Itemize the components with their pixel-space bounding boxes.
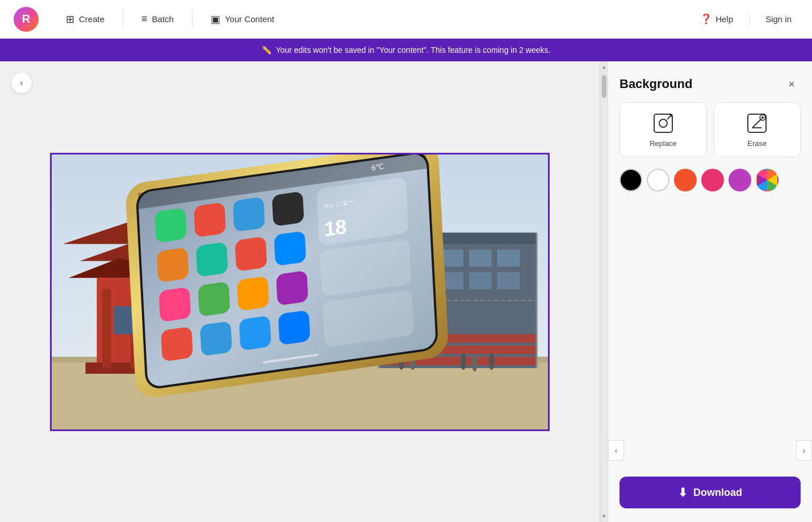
canvas-area: ‹ <box>0 61 600 522</box>
svg-rect-53 <box>276 270 308 305</box>
svg-point-36 <box>489 353 495 370</box>
nav-item-your-content[interactable]: ▣ Your Content <box>202 9 283 30</box>
svg-rect-45 <box>272 191 304 226</box>
svg-text:6℃: 6℃ <box>371 162 384 172</box>
color-swatches <box>620 169 801 191</box>
download-icon: ⬇ <box>678 486 688 499</box>
color-swatch-purple[interactable] <box>729 169 751 191</box>
svg-rect-42 <box>154 207 187 243</box>
header-right: ❓ Help Sign in <box>693 10 798 28</box>
main-nav: ⊞ Create ≡ Batch ▣ Your Content <box>57 9 675 30</box>
erase-icon <box>746 112 768 135</box>
panel-title: Background <box>620 77 692 91</box>
help-circle-icon: ❓ <box>700 13 712 25</box>
batch-icon: ≡ <box>141 13 148 25</box>
back-button[interactable]: ‹ <box>11 73 32 93</box>
replace-icon <box>652 112 675 135</box>
svg-rect-47 <box>196 241 228 277</box>
scroll-thumb[interactable] <box>602 75 606 98</box>
svg-rect-56 <box>239 315 271 350</box>
svg-rect-48 <box>235 236 267 271</box>
scroll-down-arrow[interactable]: ▼ <box>600 511 608 522</box>
download-button[interactable]: ⬇ Download <box>620 477 801 508</box>
svg-line-66 <box>667 115 672 119</box>
color-swatch-white[interactable] <box>647 169 669 191</box>
info-banner: ✏️ Your edits won't be saved in "Your co… <box>0 39 812 61</box>
svg-text:18: 18 <box>324 215 347 241</box>
svg-rect-44 <box>233 197 265 232</box>
close-button[interactable]: × <box>782 75 801 93</box>
right-panel: Background × Replace <box>608 61 812 522</box>
canvas-image: 6℃ <box>50 153 550 431</box>
banner-icon: ✏️ <box>262 45 271 55</box>
replace-label: Replace <box>650 139 677 148</box>
color-swatch-black[interactable] <box>620 169 642 191</box>
svg-rect-51 <box>198 281 230 316</box>
svg-rect-49 <box>274 231 306 266</box>
sign-in-button[interactable]: Sign in <box>759 11 798 27</box>
your-content-icon: ▣ <box>211 13 220 26</box>
svg-rect-20 <box>497 249 520 266</box>
svg-rect-24 <box>469 272 492 289</box>
nav-divider <box>123 10 123 28</box>
create-icon: ⊞ <box>66 13 74 26</box>
color-swatch-pink[interactable] <box>701 169 724 191</box>
nav-item-batch[interactable]: ≡ Batch <box>132 9 183 30</box>
svg-rect-19 <box>469 249 492 266</box>
svg-line-68 <box>752 119 761 128</box>
svg-rect-25 <box>497 272 520 289</box>
svg-point-35 <box>472 353 478 371</box>
scroll-up-arrow[interactable]: ▲ <box>600 61 608 73</box>
svg-point-34 <box>461 353 466 370</box>
panel-content: Replace Erase <box>608 102 812 440</box>
svg-rect-57 <box>278 310 311 345</box>
erase-label: Erase <box>747 139 767 148</box>
panel-footer: ⬇ Download <box>608 467 812 522</box>
panel-header: Background × <box>608 61 812 102</box>
app-logo[interactable]: R <box>14 7 39 32</box>
panel-nav: ‹ › <box>608 440 812 467</box>
svg-rect-9 <box>102 289 111 368</box>
svg-rect-54 <box>161 326 193 361</box>
svg-rect-46 <box>157 247 189 282</box>
svg-rect-43 <box>194 202 226 237</box>
help-button[interactable]: ❓ Help <box>693 10 740 28</box>
color-swatch-multi[interactable] <box>756 169 778 191</box>
scroll-track <box>600 73 608 511</box>
panel-left-arrow[interactable]: ‹ <box>608 440 624 461</box>
svg-rect-18 <box>441 249 463 266</box>
header-divider <box>749 12 750 26</box>
svg-point-65 <box>659 119 667 127</box>
svg-rect-55 <box>200 320 232 356</box>
replace-card[interactable]: Replace <box>620 102 707 157</box>
action-cards: Replace Erase <box>620 102 801 157</box>
canvas-scrollbar[interactable]: ▲ ▼ <box>600 61 608 522</box>
app-header: R ⊞ Create ≡ Batch ▣ Your Content ❓ Help… <box>0 0 812 39</box>
erase-card[interactable]: Erase <box>714 102 801 157</box>
nav-divider-2 <box>192 10 192 28</box>
main-container: ‹ <box>0 61 812 522</box>
svg-rect-52 <box>237 275 269 311</box>
panel-right-arrow[interactable]: › <box>796 440 812 461</box>
nav-item-create[interactable]: ⊞ Create <box>57 9 114 30</box>
svg-rect-50 <box>158 286 191 321</box>
color-swatch-red[interactable] <box>674 169 697 191</box>
close-icon: × <box>788 78 795 91</box>
